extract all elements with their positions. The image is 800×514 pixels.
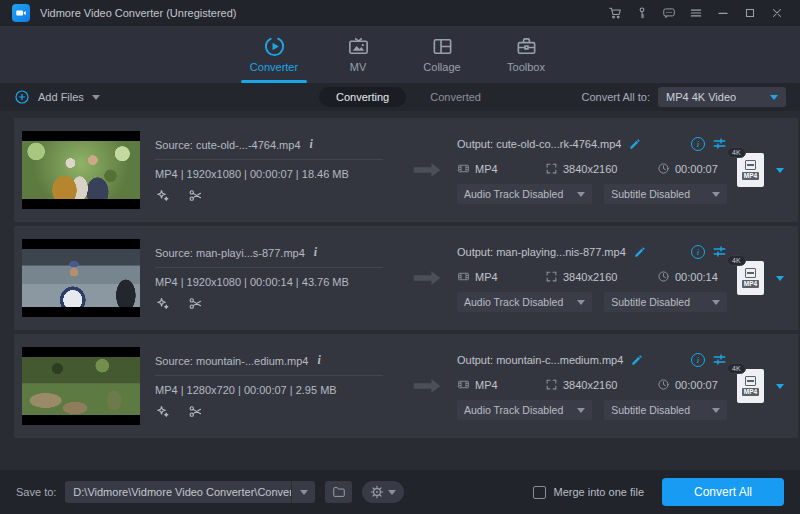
add-circle-icon	[14, 89, 30, 105]
output-format: MP4	[475, 379, 498, 391]
pencil-icon[interactable]	[630, 353, 644, 367]
tab-collage[interactable]: Collage	[409, 34, 475, 83]
tab-toolbox[interactable]: Toolbox	[493, 34, 559, 83]
output-info-icon[interactable]: i	[691, 137, 705, 151]
output-format-value: MP4 4K Video	[666, 91, 736, 103]
arrow-right-icon	[397, 270, 457, 286]
film-icon	[457, 378, 470, 391]
caret-down-icon	[577, 300, 585, 305]
edit-star-icon[interactable]	[155, 404, 170, 419]
clock-icon	[657, 378, 670, 391]
output-filename: Output: man-playing...nis-877.mp4	[457, 246, 626, 258]
output-resolution: 3840x2160	[563, 379, 617, 391]
subtitle-dropdown[interactable]: Subtitle Disabled	[604, 400, 727, 420]
video-thumbnail[interactable]	[22, 347, 140, 425]
output-type-icon[interactable]: 4K MP4	[737, 369, 764, 403]
file-list: Source: cute-old-...-4764.mp4 i MP4 | 19…	[0, 111, 800, 470]
save-path-select[interactable]: D:\Vidmore\Vidmore Video Converter\Conve…	[65, 481, 315, 503]
audio-track-dropdown[interactable]: Audio Track Disabled	[457, 400, 592, 420]
pencil-icon[interactable]	[633, 245, 647, 259]
merge-checkbox[interactable]	[533, 486, 546, 499]
titlebar: Vidmore Video Converter (Unregistered)	[0, 0, 800, 26]
source-filename: Source: mountain-...edium.mp4	[155, 355, 308, 367]
caret-down-icon	[577, 408, 585, 413]
output-filename: Output: cute-old-co...rk-4764.mp4	[457, 138, 621, 150]
converted-tab[interactable]: Converted	[430, 91, 481, 103]
output-type-icon[interactable]: 4K MP4	[737, 261, 764, 295]
toolbox-icon	[515, 34, 538, 58]
maximize-icon[interactable]	[739, 2, 761, 24]
minimize-icon[interactable]	[712, 2, 734, 24]
source-filename: Source: cute-old-...-4764.mp4	[155, 139, 301, 151]
source-info-icon[interactable]: i	[317, 353, 320, 368]
clock-icon	[657, 162, 670, 175]
file-film-glyph	[745, 268, 756, 278]
divider	[155, 159, 383, 160]
subtitle-dropdown[interactable]: Subtitle Disabled	[604, 184, 727, 204]
scissors-icon[interactable]	[188, 188, 203, 203]
feedback-icon[interactable]	[658, 2, 680, 24]
audio-track-dropdown[interactable]: Audio Track Disabled	[457, 184, 592, 204]
video-thumbnail[interactable]	[22, 131, 140, 209]
source-meta: MP4 | 1920x1080 | 00:00:14 | 43.76 MB	[155, 276, 397, 288]
edit-star-icon[interactable]	[155, 296, 170, 311]
subtitle-dropdown[interactable]: Subtitle Disabled	[604, 292, 727, 312]
save-path-value: D:\Vidmore\Vidmore Video Converter\Conve…	[65, 486, 291, 498]
divider	[155, 267, 383, 268]
file-row: Source: mountain-...edium.mp4 i MP4 | 12…	[14, 334, 798, 438]
source-info-icon[interactable]: i	[310, 137, 313, 152]
output-duration: 00:00:14	[675, 271, 718, 283]
format-panel-caret-icon[interactable]	[776, 384, 784, 389]
format-panel-caret-icon[interactable]	[776, 168, 784, 173]
file-type-label: MP4	[742, 172, 759, 180]
caret-down-icon	[712, 300, 720, 305]
pencil-icon[interactable]	[628, 137, 642, 151]
output-filename: Output: mountain-c...medium.mp4	[457, 354, 623, 366]
output-info-icon[interactable]: i	[691, 245, 705, 259]
mv-icon	[347, 34, 370, 58]
audio-track-dropdown[interactable]: Audio Track Disabled	[457, 292, 592, 312]
output-resolution: 3840x2160	[563, 271, 617, 283]
divider	[155, 375, 383, 376]
tune-icon[interactable]	[712, 244, 727, 259]
tab-mv[interactable]: MV	[325, 34, 391, 83]
add-files-button[interactable]: Add Files	[14, 89, 100, 105]
cart-icon[interactable]	[604, 2, 626, 24]
convert-all-button[interactable]: Convert All	[662, 478, 784, 506]
save-to-label: Save to:	[16, 486, 56, 498]
add-files-caret-icon[interactable]	[92, 95, 100, 100]
edit-star-icon[interactable]	[155, 188, 170, 203]
4k-badge: 4K	[727, 255, 746, 266]
source-filename: Source: man-playi...s-877.mp4	[155, 247, 305, 259]
settings-button[interactable]	[362, 481, 404, 503]
key-icon[interactable]	[631, 2, 653, 24]
tune-icon[interactable]	[712, 352, 727, 367]
source-info-icon[interactable]: i	[314, 245, 317, 260]
tab-converter[interactable]: Converter	[241, 34, 307, 83]
output-info-icon[interactable]: i	[691, 353, 705, 367]
scissors-icon[interactable]	[188, 296, 203, 311]
expand-icon	[545, 270, 558, 283]
scissors-icon[interactable]	[188, 404, 203, 419]
output-duration: 00:00:07	[675, 379, 718, 391]
close-icon[interactable]	[766, 2, 788, 24]
converting-tab[interactable]: Converting	[319, 87, 406, 107]
folder-icon	[332, 485, 346, 499]
output-format-select[interactable]: MP4 4K Video	[658, 87, 786, 107]
output-type-icon[interactable]: 4K MP4	[737, 153, 764, 187]
app-logo-icon	[12, 4, 30, 22]
tab-collage-label: Collage	[423, 61, 460, 73]
tab-mv-label: MV	[350, 61, 367, 73]
file-film-glyph	[745, 376, 756, 386]
menu-icon[interactable]	[685, 2, 707, 24]
tune-icon[interactable]	[712, 136, 727, 151]
format-panel-caret-icon[interactable]	[776, 276, 784, 281]
video-thumbnail[interactable]	[22, 239, 140, 317]
convert-all-to-label: Convert All to:	[582, 91, 650, 103]
main-nav: Converter MV Collage Toolbox	[0, 26, 800, 83]
file-row: Source: man-playi...s-877.mp4 i MP4 | 19…	[14, 226, 798, 330]
output-format: MP4	[475, 271, 498, 283]
toolbar: Add Files Converting Converted Convert A…	[0, 83, 800, 111]
open-folder-button[interactable]	[325, 481, 352, 503]
save-path-caret-icon[interactable]	[291, 481, 315, 503]
